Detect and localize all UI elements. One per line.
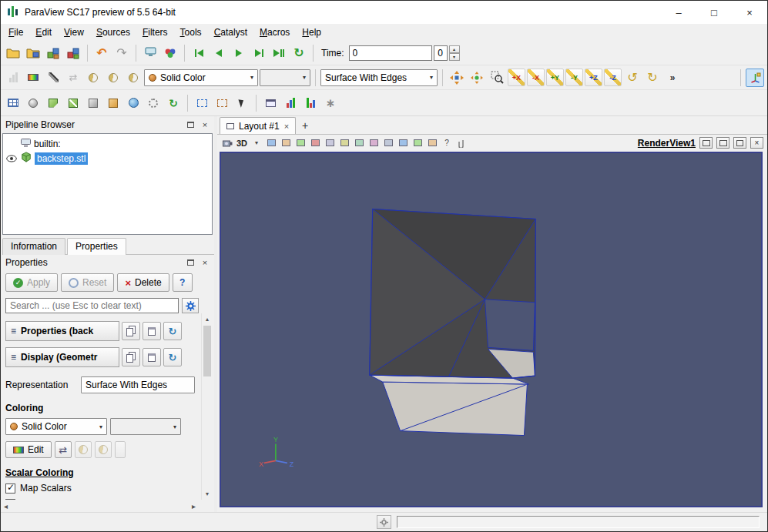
load-state-button[interactable]: [44, 44, 62, 62]
properties-vertical-scrollbar[interactable]: ▴ ▾: [201, 313, 213, 500]
camera-plus-y-button[interactable]: +Y: [546, 69, 564, 86]
vcr-play-button[interactable]: [230, 44, 248, 62]
scroll-up-icon[interactable]: ▴: [202, 313, 213, 325]
time-value-input[interactable]: [349, 45, 432, 61]
apply-button[interactable]: Apply: [5, 273, 58, 292]
menu-file[interactable]: File: [2, 25, 29, 40]
vcr-loop-button[interactable]: ↻: [290, 44, 308, 62]
vcr-previous-button[interactable]: [210, 44, 228, 62]
redo-button[interactable]: ↷: [112, 44, 131, 62]
abort-progress-button[interactable]: [377, 515, 391, 529]
interactive-select-cells-button[interactable]: [367, 137, 380, 149]
slice-filter-button[interactable]: [64, 94, 82, 112]
rescale-temporal-button[interactable]: [95, 441, 112, 458]
representation-combobox[interactable]: Surface With Edges ▾: [320, 69, 438, 86]
paste-display-button[interactable]: [143, 348, 161, 366]
split-horizontal-button[interactable]: [699, 137, 713, 149]
color-palette-button[interactable]: [161, 44, 179, 62]
rescale-custom-range-button[interactable]: [84, 69, 102, 87]
frame-index-field[interactable]: 0: [434, 45, 448, 61]
menu-view[interactable]: View: [58, 25, 90, 40]
dock-close-button[interactable]: ×: [199, 119, 211, 130]
histogram-view-button[interactable]: [281, 94, 300, 112]
reset-button[interactable]: Reset: [61, 273, 114, 292]
coloring-array-combobox[interactable]: Solid Color ▾: [5, 418, 107, 435]
rotate-camera-ccw-button[interactable]: ↺: [623, 69, 642, 87]
tab-information[interactable]: Information: [2, 238, 65, 255]
edit-color-map-button[interactable]: [24, 69, 42, 87]
color-by-combobox[interactable]: Solid Color ▾: [144, 69, 258, 86]
camera-plus-z-button[interactable]: +Z: [585, 69, 602, 86]
representation-select[interactable]: Surface With Edges: [81, 376, 195, 393]
maximize-view-button[interactable]: [733, 137, 746, 149]
menu-sources[interactable]: Sources: [90, 25, 136, 40]
adjust-camera-button[interactable]: [221, 137, 233, 149]
layout-tab-close-icon[interactable]: ×: [284, 122, 289, 131]
glyph-filter-button[interactable]: [124, 94, 143, 112]
camera-plus-x-button[interactable]: +X: [508, 69, 525, 86]
contour-filter-button[interactable]: [24, 94, 42, 112]
rescale-visible-range-button[interactable]: [124, 69, 143, 87]
help-selection-button[interactable]: ?: [441, 137, 453, 149]
rescale-temporal-range-button[interactable]: [104, 69, 122, 87]
section-display-button[interactable]: Display (Geometr: [5, 347, 119, 367]
menu-catalyst[interactable]: Catalyst: [208, 25, 253, 40]
grow-selection-button[interactable]: [426, 137, 438, 149]
camera-minus-x-button[interactable]: -X: [527, 69, 545, 86]
vcr-next-button[interactable]: [250, 44, 268, 62]
menu-filters[interactable]: Filters: [136, 25, 174, 40]
connect-server-button[interactable]: [141, 44, 159, 62]
interact-mode-button[interactable]: [233, 94, 251, 112]
section-properties-button[interactable]: Properties (back: [5, 321, 119, 341]
save-data-button[interactable]: [24, 44, 42, 62]
extract-subset-button[interactable]: [104, 94, 122, 112]
threshold-filter-button[interactable]: [84, 94, 102, 112]
split-vertical-button[interactable]: [716, 137, 729, 149]
copy-properties-button[interactable]: [122, 322, 140, 340]
clip-filter-button[interactable]: [44, 94, 62, 112]
dock-float-button[interactable]: [184, 257, 196, 268]
undo-button[interactable]: ↶: [92, 44, 111, 62]
reset-camera-button[interactable]: [448, 69, 466, 87]
menu-tools[interactable]: Tools: [174, 25, 208, 40]
rotate-camera-cw-button[interactable]: ↻: [643, 69, 662, 87]
frame-spin-up-icon[interactable]: ▴: [449, 45, 460, 53]
vcr-first-frame-button[interactable]: [189, 44, 208, 62]
choose-preset-button[interactable]: [115, 441, 126, 458]
scroll-down-icon[interactable]: ▾: [202, 488, 213, 500]
interaction-mode-label[interactable]: 3D: [236, 137, 248, 149]
paste-properties-button[interactable]: [143, 322, 161, 340]
spreadsheet-view-button[interactable]: [261, 94, 280, 112]
edit-color-map-button[interactable]: Edit: [5, 441, 52, 458]
select-surface-cells-button[interactable]: [265, 137, 277, 149]
layout-tab[interactable]: Layout #1 ×: [220, 117, 296, 134]
search-options-button[interactable]: [182, 298, 199, 313]
group-datasets-button[interactable]: [144, 94, 163, 112]
select-points-on-button[interactable]: [213, 94, 231, 112]
select-frustum-cells-button[interactable]: [294, 137, 307, 149]
menu-edit[interactable]: Edit: [29, 25, 58, 40]
select-polygon-points-button[interactable]: [338, 137, 350, 149]
save-state-button[interactable]: [64, 44, 82, 62]
color-picker-button[interactable]: [44, 69, 62, 87]
close-button[interactable]: ×: [732, 1, 767, 24]
search-input[interactable]: [5, 298, 179, 313]
select-polygon-cells-button[interactable]: [324, 137, 336, 149]
pipeline-item-builtin[interactable]: builtin:: [3, 136, 212, 151]
reset-display-button[interactable]: ↻: [163, 348, 182, 366]
interactive-select-points-button[interactable]: [382, 137, 394, 149]
toggle-color-legend-button[interactable]: [4, 69, 22, 87]
calculator-filter-button[interactable]: [4, 94, 22, 112]
hover-cells-button[interactable]: [411, 137, 424, 149]
vcr-last-frame-button[interactable]: [270, 44, 288, 62]
dock-float-button[interactable]: [184, 119, 196, 130]
rescale-custom-button[interactable]: [75, 441, 92, 458]
component-combobox[interactable]: ▾: [260, 69, 310, 86]
zoom-to-data-button[interactable]: [468, 69, 486, 87]
camera-minus-z-button[interactable]: -Z: [604, 69, 622, 86]
stream-tracer-button[interactable]: ↻: [164, 94, 183, 112]
select-block-button[interactable]: [353, 137, 365, 149]
zoom-to-box-button[interactable]: [488, 69, 506, 87]
render-view-canvas[interactable]: Y X Z: [220, 152, 763, 507]
open-file-button[interactable]: [4, 44, 22, 62]
